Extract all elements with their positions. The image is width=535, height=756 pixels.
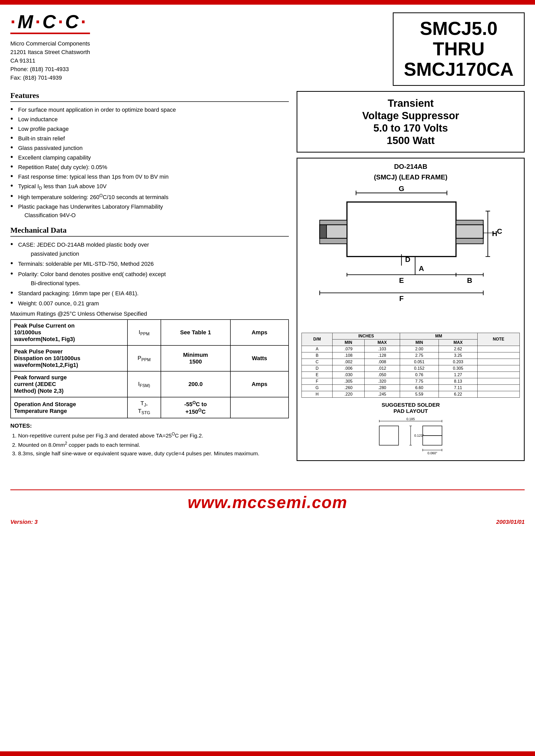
- dim-cell: [477, 372, 520, 378]
- svg-text:0.121": 0.121": [414, 434, 424, 437]
- dim-cell: B: [302, 352, 332, 359]
- dim-cell: .305: [332, 378, 365, 384]
- table-row: Peak Pulse Current on10/1000uswaveform(N…: [11, 320, 289, 346]
- rating-val-4: -55OC to+150OC: [161, 397, 230, 418]
- rating-sym-2: PPPM: [127, 346, 161, 371]
- pkg-title2: (SMCJ) (LEAD FRAME): [301, 173, 520, 181]
- rating-unit-1: Amps: [230, 320, 289, 346]
- company-address2: CA 91311: [10, 56, 90, 65]
- dim-cell: 0.203: [438, 359, 477, 365]
- description-box: Transient Voltage Suppressor 5.0 to 170 …: [296, 91, 525, 153]
- dim-cell: 0.76: [400, 372, 438, 378]
- feature-5: Glass passivated junction: [10, 144, 289, 152]
- dim-cell: .002: [332, 359, 365, 365]
- dim-cell: .280: [364, 384, 400, 391]
- dim-cell: [477, 378, 520, 384]
- notes-header: NOTES:: [10, 422, 289, 429]
- dim-cell: C: [302, 359, 332, 365]
- dim-cell: G: [302, 384, 332, 391]
- company-phone: Phone: (818) 701-4933: [10, 65, 90, 73]
- dim-cell: .108: [332, 352, 365, 359]
- logo-dot2: ·: [35, 12, 42, 32]
- dim-cell: .079: [332, 346, 365, 352]
- note-2: Mounted on 8.0mm2 copper pads to each te…: [18, 440, 289, 449]
- feature-11: Plastic package has Underwrites Laborato…: [10, 203, 289, 219]
- dim-row: G.260.2806.607.11: [302, 384, 520, 391]
- logo-area: ·M·C·C· Micro Commercial Components 2120…: [10, 13, 90, 82]
- dim-th-dm: D/M: [302, 333, 332, 346]
- note-3: 8.3ms, single half sine-wave or equivale…: [18, 449, 289, 458]
- mech-4: Standard packaging: 16mm tape per ( EIA …: [10, 289, 289, 298]
- notes-section: NOTES: Non-repetitive current pulse per …: [10, 422, 289, 458]
- version-number: 3: [34, 518, 38, 525]
- dim-cell: .050: [364, 372, 400, 378]
- dim-th-max1: MAX: [364, 339, 400, 346]
- dim-cell: [477, 391, 520, 397]
- pkg-title1: DO-214AB: [301, 163, 520, 171]
- footer-area: www.mccsemi.com Version: 3 2003/01/01: [0, 487, 535, 533]
- svg-rect-13: [456, 225, 483, 238]
- dim-cell: .128: [364, 352, 400, 359]
- dim-cell: .260: [332, 384, 365, 391]
- mech-1: CASE: JEDEC DO-214AB molded plastic body…: [10, 240, 289, 258]
- dim-cell: 5.59: [400, 391, 438, 397]
- desc-line3: 5.0 to 170 Volts: [305, 122, 516, 134]
- rating-sym-1: IPPM: [127, 320, 161, 346]
- dimensions-table: D/M INCHES MM NOTE MIN MAX MIN MAX: [301, 333, 520, 398]
- svg-text:D: D: [405, 255, 410, 264]
- dim-cell: 7.11: [438, 384, 477, 391]
- svg-text:F: F: [399, 294, 404, 302]
- rating-unit-3: Amps: [230, 371, 289, 397]
- dim-cell: .006: [332, 365, 365, 372]
- svg-rect-36: [423, 436, 442, 445]
- features-header: Features: [10, 91, 289, 102]
- dim-cell: 7.75: [400, 378, 438, 384]
- feature-1: For surface mount application in order t…: [10, 105, 289, 114]
- logo-c1: C: [42, 12, 58, 32]
- svg-text:G: G: [399, 184, 405, 193]
- dim-cell: 6.22: [438, 391, 477, 397]
- features-list: For surface mount application in order t…: [10, 105, 289, 219]
- dim-cell: D: [302, 365, 332, 372]
- dim-cell: .320: [364, 378, 400, 384]
- logo-dot3: ·: [58, 12, 65, 32]
- solder-pad-diagram: 0.185 0.121" 0.060": [375, 416, 447, 455]
- dim-row: E.030.0500.761.27: [302, 372, 520, 378]
- company-address1: 21201 Itasca Street Chatsworth: [10, 48, 90, 56]
- dim-cell: .220: [332, 391, 365, 397]
- ratings-table: Peak Pulse Current on10/1000uswaveform(N…: [10, 319, 289, 418]
- note-1: Non-repetitive current pulse per Fig.3 a…: [18, 431, 289, 440]
- feature-3: Low profile package: [10, 125, 289, 133]
- table-row: Peak forward surgecurrent (JEDECMethod) …: [11, 371, 289, 397]
- feature-10: High temperature soldering: 260OC/10 sec…: [10, 192, 289, 201]
- company-name: Micro Commercial Components: [10, 39, 90, 48]
- solder-pad-title: SUGGESTED SOLDERPAD LAYOUT: [301, 402, 520, 414]
- dim-cell: 2.75: [400, 352, 438, 359]
- rating-label-2: Peak Pulse PowerDisspation on 10/1000usw…: [11, 346, 127, 371]
- rating-sym-4: TJ,TSTG: [127, 397, 161, 418]
- logo-underline: [10, 33, 90, 34]
- logo-m: M: [17, 12, 35, 32]
- feature-4: Built-in strain relief: [10, 134, 289, 143]
- dim-cell: .012: [364, 365, 400, 372]
- two-col-layout: Features For surface mount application i…: [10, 91, 525, 466]
- svg-rect-14: [456, 238, 483, 243]
- bottom-red-bar: [0, 751, 535, 756]
- solder-pad-area: SUGGESTED SOLDERPAD LAYOUT 0.185: [301, 402, 520, 456]
- footer-website: www.mccsemi.com: [10, 493, 525, 512]
- logo-text: ·M·C·C·: [10, 13, 88, 31]
- part-number-box: SMCJ5.0 THRU SMCJ170CA: [393, 13, 525, 86]
- company-fax: Fax: (818) 701-4939: [10, 73, 90, 82]
- desc-line2: Voltage Suppressor: [305, 109, 516, 122]
- mech-3: Polarity: Color band denotes positive en…: [10, 270, 289, 288]
- left-column: Features For surface mount application i…: [10, 91, 289, 466]
- dim-row: A.079.1032.002.62: [302, 346, 520, 352]
- dim-th-mm: MM: [400, 333, 477, 339]
- svg-rect-8: [347, 202, 456, 257]
- mech-2: Terminals: solderable per MIL-STD-750, M…: [10, 259, 289, 268]
- notes-list: Non-repetitive current pulse per Fig.3 a…: [10, 431, 289, 458]
- package-box: DO-214AB (SMCJ) (LEAD FRAME) G H: [296, 158, 525, 461]
- mech-list: CASE: JEDEC DO-214AB molded plastic body…: [10, 240, 289, 308]
- dim-cell: .103: [364, 346, 400, 352]
- dim-th-note: NOTE: [477, 333, 520, 346]
